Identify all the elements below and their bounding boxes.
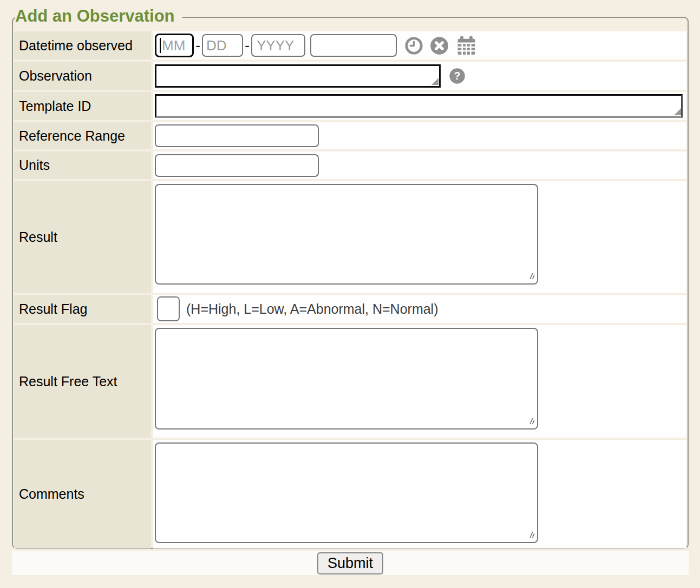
- svg-text:?: ?: [454, 69, 461, 81]
- result-field: [153, 181, 686, 293]
- year-input[interactable]: [251, 34, 305, 57]
- text-caret: [160, 38, 161, 53]
- comments-textarea[interactable]: [155, 442, 538, 543]
- reference-range-label: Reference Range: [14, 122, 151, 149]
- result-free-text-textarea-wrap: [155, 328, 538, 430]
- template-id-field: [153, 92, 686, 120]
- dropdown-corner-icon: [431, 78, 439, 85]
- clock-icon[interactable]: [405, 37, 423, 55]
- calendar-icon[interactable]: [456, 35, 477, 56]
- add-observation-page: Add an Observation Datetime observed - -: [0, 0, 700, 588]
- month-input-wrap: [155, 34, 194, 57]
- form-legend: Add an Observation: [15, 5, 182, 27]
- result-flag-field: (H=High, L=Low, A=Abnormal, N=Normal): [153, 295, 686, 323]
- result-free-text-label: Result Free Text: [14, 325, 151, 438]
- date-separator: -: [245, 37, 250, 54]
- template-id-label: Template ID: [14, 92, 151, 120]
- result-label: Result: [14, 181, 151, 293]
- day-input[interactable]: [202, 34, 243, 57]
- result-flag-hint: (H=High, L=Low, A=Abnormal, N=Normal): [186, 301, 439, 317]
- observation-form-table: Datetime observed - -: [14, 31, 686, 549]
- comments-field: [153, 440, 686, 549]
- observation-select[interactable]: [155, 64, 441, 88]
- result-flag-label: Result Flag: [14, 295, 151, 323]
- clear-icon[interactable]: [430, 36, 449, 55]
- resize-grip-icon[interactable]: [527, 417, 535, 427]
- date-separator: -: [195, 37, 200, 54]
- datetime-observed-label: Datetime observed: [14, 31, 151, 60]
- observation-fieldset: Datetime observed - -: [12, 17, 689, 549]
- resize-grip-icon[interactable]: [527, 272, 535, 282]
- units-field: [153, 151, 686, 179]
- observation-label: Observation: [14, 62, 151, 90]
- help-icon[interactable]: ?: [449, 68, 466, 84]
- units-input[interactable]: [155, 154, 319, 177]
- template-id-select-wrap: [155, 94, 686, 118]
- units-label: Units: [14, 151, 151, 179]
- result-textarea[interactable]: [155, 184, 538, 285]
- datetime-observed-field: - -: [153, 31, 686, 60]
- result-flag-input[interactable]: [157, 296, 180, 321]
- result-free-text-field: [153, 325, 686, 438]
- time-input[interactable]: [310, 34, 397, 57]
- comments-label: Comments: [14, 440, 151, 549]
- template-id-select[interactable]: [155, 94, 683, 118]
- datetime-icons: [405, 35, 477, 56]
- submit-button[interactable]: Submit: [317, 552, 383, 574]
- result-free-text-textarea[interactable]: [155, 328, 538, 430]
- reference-range-input[interactable]: [155, 124, 319, 147]
- reference-range-field: [153, 122, 686, 149]
- resize-grip-icon[interactable]: [527, 530, 535, 540]
- observation-select-wrap: [155, 64, 441, 88]
- submit-row: Submit: [12, 551, 689, 575]
- observation-field: ?: [153, 62, 686, 90]
- dropdown-corner-icon: [674, 108, 681, 115]
- result-textarea-wrap: [155, 184, 538, 285]
- comments-textarea-wrap: [155, 442, 538, 543]
